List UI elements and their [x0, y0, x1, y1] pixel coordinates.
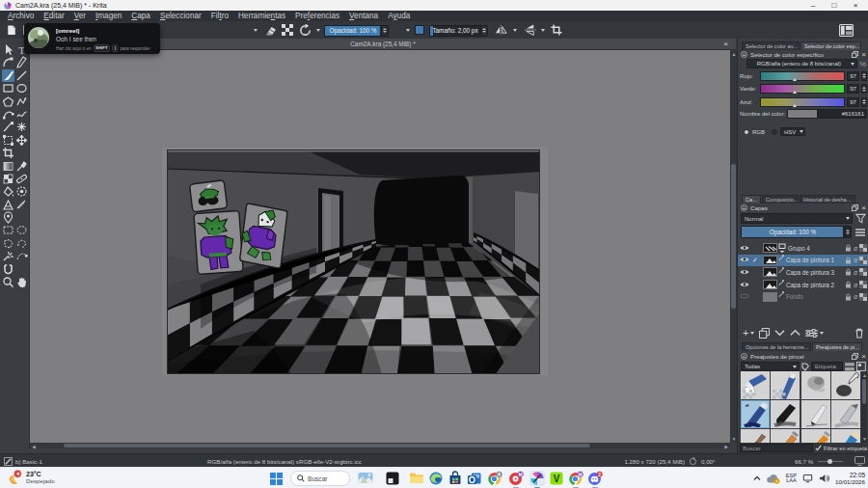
tool-enclose-fill[interactable] — [15, 185, 28, 198]
layer-properties-button[interactable] — [805, 329, 818, 338]
new-document-icon[interactable] — [6, 24, 17, 36]
canvas-horizontal-scrollbar[interactable]: ◀ ▶ — [30, 443, 730, 448]
taskbar-icon-store[interactable] — [448, 471, 463, 486]
rotation-reset-icon[interactable] — [689, 457, 697, 466]
maximize-button[interactable]: □ — [824, 0, 845, 11]
reload-preset-icon[interactable] — [298, 24, 312, 36]
layer-row-fondo[interactable]: Fondoα — [738, 290, 868, 303]
brush-preset-6[interactable] — [801, 400, 830, 428]
brush-preset-1[interactable] — [771, 371, 800, 399]
tool-select-bezier[interactable] — [15, 250, 28, 262]
opacity-slider[interactable]: Opacidad: 100 % — [324, 25, 389, 38]
layer-inherit-alpha-icon[interactable] — [859, 257, 867, 264]
close-docker-icon[interactable]: × — [861, 204, 866, 211]
discord-notification[interactable]: [omreel] Ooh I see then Haz clic aquí o … — [24, 23, 160, 54]
layer-alpha-icon[interactable]: α — [854, 293, 857, 300]
brush-preset-0[interactable] — [741, 371, 770, 399]
scroll-up-icon[interactable]: ▲ — [732, 51, 737, 57]
brush-preset-2[interactable] — [801, 371, 830, 399]
channel-value[interactable]: 97 — [847, 97, 859, 107]
layer-thumbnail[interactable] — [763, 243, 777, 253]
menu-herramientas[interactable]: Herramientas — [238, 12, 285, 20]
eraser-mode-icon[interactable] — [262, 24, 278, 36]
tool-select-rect[interactable] — [2, 224, 14, 236]
layer-alpha-icon[interactable]: α — [854, 269, 857, 276]
layer-alpha-icon[interactable]: α — [854, 245, 857, 252]
layer-inherit-alpha-icon[interactable] — [859, 293, 867, 301]
float-docker-icon[interactable] — [852, 353, 858, 360]
filter-tag-checkbox[interactable] — [815, 445, 822, 451]
taskbar-icon-krita-active[interactable] — [529, 471, 545, 486]
layer-visibility-icon[interactable] — [740, 281, 750, 289]
channel-spinner[interactable] — [861, 71, 867, 81]
tab-brush-presets[interactable]: Preajustes de pi... — [812, 342, 862, 351]
taskbar-icon-discord-blue[interactable]: 2 — [587, 471, 603, 486]
zoom-slider[interactable] — [818, 461, 843, 462]
tool-pattern-edit[interactable] — [2, 173, 14, 185]
duplicate-layer-button[interactable] — [759, 328, 770, 339]
menu-seleccionar[interactable]: Seleccionar — [160, 12, 202, 20]
scroll-right-icon[interactable]: ▶ — [724, 444, 728, 449]
tab-tool-options[interactable]: Opciones de la herramie... — [742, 342, 811, 351]
presets-scroll-up-icon[interactable]: ▲ — [862, 372, 867, 378]
layer-thumbnail[interactable] — [763, 256, 777, 265]
layer-lock-icon[interactable] — [845, 281, 852, 288]
layer-visibility-icon[interactable] — [740, 244, 750, 253]
taskbar-icon-edge[interactable] — [428, 471, 444, 486]
tool-ellipse[interactable] — [15, 82, 28, 95]
tool-multibrush[interactable] — [15, 121, 28, 133]
taskbar-icon-widgets[interactable] — [358, 471, 373, 486]
tool-line[interactable] — [15, 69, 28, 82]
layer-inherit-alpha-icon[interactable] — [859, 281, 867, 288]
layer-opacity-slider[interactable]: Opacidad: 100 % — [741, 226, 852, 238]
layer-thumbnail[interactable] — [763, 280, 777, 289]
taskbar-icon-photos-dark[interactable] — [385, 471, 400, 486]
presets-scrollbar[interactable]: ▲ ▼ — [861, 371, 867, 443]
menu-filtro[interactable]: Filtro — [211, 12, 229, 20]
network-icon[interactable] — [802, 474, 813, 483]
layers-docker-titlebar[interactable]: Capas × — [738, 203, 868, 212]
layer-name[interactable]: Fondo — [786, 293, 843, 300]
float-docker-icon[interactable] — [852, 204, 858, 211]
move-layer-up-button[interactable] — [790, 329, 800, 337]
layer-name[interactable]: Grupo 4 — [788, 245, 843, 252]
layer-row-capa-de-pintura-2[interactable]: Capa de pintura 2α — [738, 279, 868, 291]
language-indicator[interactable]: ESP LAA — [786, 474, 797, 484]
taskbar-icon-chrome-badge1[interactable] — [487, 471, 502, 486]
scroll-left-icon[interactable]: ◀ — [32, 444, 36, 449]
layer-visibility-icon[interactable] — [740, 292, 750, 301]
tag-field[interactable]: Etiqueta — [811, 362, 843, 371]
tool-select-freehand[interactable] — [15, 237, 28, 250]
brush-preset-7[interactable] — [831, 400, 860, 428]
clock-widget[interactable]: 22:05 10/01/2026 — [835, 472, 865, 485]
mirror-horizontal-icon[interactable] — [494, 24, 510, 36]
canvas-vertical-scrollbar[interactable]: ▲ ▼ — [730, 50, 737, 443]
size-spinner[interactable] — [480, 26, 487, 37]
presets-scroll-down-icon[interactable]: ▼ — [862, 436, 867, 442]
preserve-alpha-icon[interactable] — [281, 24, 294, 36]
brush-preset-5[interactable] — [771, 400, 800, 428]
layer-inherit-alpha-icon[interactable] — [859, 268, 867, 276]
channel-slider[interactable] — [760, 84, 845, 94]
tool-reference-images[interactable] — [2, 211, 14, 224]
channel-spinner[interactable] — [861, 97, 867, 107]
hsv-radio[interactable] — [772, 129, 777, 135]
mirror-vertical-caret-icon[interactable] — [539, 24, 546, 36]
float-docker-icon[interactable] — [852, 51, 858, 58]
tool-select-similar[interactable] — [2, 250, 14, 262]
layer-lock-icon[interactable] — [845, 268, 852, 276]
weather-widget[interactable]: 23°C Despejado — [8, 470, 55, 485]
tray-chevron-icon[interactable] — [753, 475, 761, 481]
mirror-vertical-icon[interactable] — [522, 24, 538, 36]
pattern-swatch[interactable] — [414, 24, 424, 36]
layer-lock-icon[interactable] — [845, 293, 852, 301]
scroll-down-icon[interactable]: ▼ — [732, 436, 737, 442]
layer-name[interactable]: Capa de pintura 1 — [786, 257, 843, 263]
canvas-artwork[interactable] — [162, 148, 548, 375]
tool-smart-patch[interactable] — [15, 173, 28, 185]
menu-editar[interactable]: Editar — [43, 12, 64, 20]
layer-visibility-icon[interactable] — [740, 256, 750, 264]
close-docker-icon[interactable]: × — [861, 353, 866, 360]
layer-thumbnail[interactable] — [763, 292, 777, 302]
taskbar-icon-outlook[interactable] — [467, 471, 482, 486]
